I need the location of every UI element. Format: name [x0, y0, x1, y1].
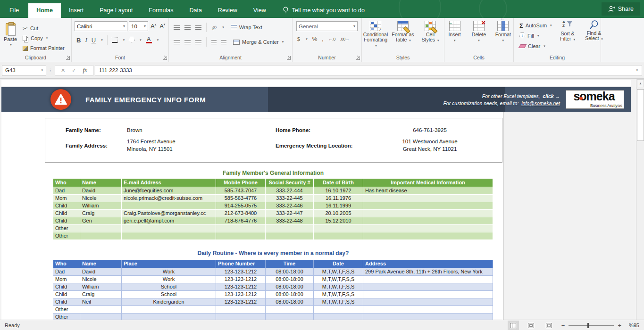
cell[interactable]: Child — [53, 283, 80, 290]
zoom-percentage[interactable]: %95 — [625, 322, 639, 328]
cell[interactable]: Mom — [53, 276, 80, 283]
cell[interactable]: 08:00-18:00 — [266, 268, 314, 275]
clipboard-dialog-launcher[interactable] — [66, 56, 70, 60]
cell[interactable]: School — [122, 291, 216, 298]
meeting-location-line2[interactable]: Great Neck, NY 11021 — [366, 146, 493, 152]
cell[interactable]: M,T,W,T,F,S,S — [314, 298, 363, 305]
cell[interactable]: David — [80, 268, 122, 275]
cell[interactable]: Nicole — [80, 195, 122, 202]
cell[interactable]: 123-123-1212 — [216, 276, 266, 283]
cell[interactable]: M,T,W,T,F,S,S — [314, 268, 363, 275]
name-box-dropdown-arrow[interactable]: ▾ — [41, 68, 43, 72]
cell[interactable]: 08:00-18:00 — [266, 283, 314, 290]
cell[interactable] — [314, 225, 363, 232]
header-cell[interactable]: Mobile Phone — [216, 179, 266, 187]
increase-decimal-button[interactable]: ←.0 — [328, 37, 335, 41]
cell[interactable]: 08:00-18:00 — [266, 291, 314, 298]
header-cell[interactable]: Date of Birth — [314, 179, 363, 187]
cell[interactable] — [363, 306, 493, 313]
header-cell[interactable]: Who — [53, 179, 80, 187]
name-box[interactable]: G43▾ — [2, 65, 46, 76]
cell[interactable]: Work — [122, 268, 216, 275]
formula-input[interactable]: 111-222-3333▾ — [95, 65, 642, 76]
cell[interactable]: Other — [53, 306, 80, 313]
cell[interactable]: William — [80, 283, 122, 290]
font-name-combo[interactable]: Calibri▾ — [75, 21, 127, 31]
bold-button[interactable]: B — [76, 37, 81, 44]
cell[interactable]: Other — [53, 225, 80, 232]
cancel-entry-icon[interactable]: ✕ — [61, 67, 65, 74]
tab-data[interactable]: Data — [181, 3, 209, 18]
decrease-indent-button[interactable] — [211, 40, 217, 44]
cell[interactable]: Dad — [53, 187, 80, 194]
wrap-text-button[interactable]: Wrap Text — [231, 25, 262, 30]
percent-style-button[interactable]: % — [312, 36, 318, 42]
merge-center-button[interactable]: Merge & Center▾ — [233, 39, 284, 45]
cell[interactable]: 20.10.2005 — [314, 210, 363, 217]
zoom-slider-thumb[interactable] — [587, 323, 589, 328]
clear-button[interactable]: Clear▾ — [518, 42, 553, 50]
share-button[interactable]: Share — [602, 2, 640, 16]
cell[interactable] — [216, 225, 266, 232]
cell[interactable]: 123-123-1212 — [216, 268, 266, 275]
cell[interactable] — [80, 232, 122, 239]
zoom-in-button[interactable]: + — [618, 322, 621, 329]
cell[interactable] — [363, 202, 493, 209]
cell[interactable] — [266, 314, 314, 320]
italic-button[interactable]: I — [85, 36, 87, 44]
cell[interactable] — [314, 306, 363, 313]
header-cell[interactable]: Place — [122, 260, 216, 268]
underline-dropdown-arrow[interactable]: ▾ — [101, 38, 103, 42]
cell[interactable] — [80, 225, 122, 232]
cell[interactable]: Child — [53, 202, 80, 209]
fill-button[interactable]: ↓Fill▾ — [518, 32, 553, 40]
cell[interactable] — [80, 306, 122, 313]
someka-logo[interactable]: someka Business Analysis — [566, 90, 624, 109]
cell[interactable] — [216, 306, 266, 313]
cell[interactable] — [363, 283, 493, 290]
tab-insert[interactable]: Insert — [61, 3, 92, 18]
cell[interactable] — [314, 314, 363, 320]
cell[interactable]: 585-563-4776 — [216, 195, 266, 202]
cell[interactable]: Other — [53, 232, 80, 239]
expand-formula-bar-arrow[interactable]: ▾ — [636, 68, 638, 72]
cell[interactable]: 15.12.2010 — [314, 217, 363, 224]
tab-file[interactable]: File — [0, 3, 28, 18]
align-left-button[interactable] — [174, 40, 180, 44]
cell[interactable]: Geri — [80, 217, 122, 224]
family-address-line2[interactable]: Mineola, NY 11501 — [127, 146, 173, 152]
zoom-slider[interactable] — [569, 325, 614, 326]
sheet-top-row[interactable] — [1, 80, 631, 86]
decrease-decimal-button[interactable]: .00→ — [340, 37, 350, 41]
cell[interactable]: Child — [53, 217, 80, 224]
align-center-button[interactable] — [184, 40, 191, 44]
cell[interactable]: Kindergarden — [122, 298, 216, 305]
align-right-button[interactable] — [195, 40, 201, 44]
header-cell[interactable]: Social Security # — [266, 179, 314, 187]
cell[interactable]: 16.11.1999 — [314, 202, 363, 209]
normal-view-button[interactable] — [508, 321, 519, 330]
vertical-scrollbar[interactable]: ▲ — [636, 79, 644, 320]
cell[interactable] — [122, 306, 216, 313]
cell[interactable]: 333-22-445 — [266, 195, 314, 202]
cell[interactable]: nicole.primack@credit-suisse.com — [122, 195, 216, 202]
insert-function-icon[interactable]: fx — [83, 66, 87, 74]
cell[interactable] — [122, 314, 216, 320]
cell[interactable]: Craig.Pastolove@morganstanley.cc — [122, 210, 216, 217]
home-phone-value[interactable]: 646-761-3925 — [366, 127, 493, 133]
font-size-combo[interactable]: 10▾ — [129, 21, 148, 31]
cell[interactable]: 16.10.1972 — [314, 187, 363, 194]
increase-font-button[interactable]: A▴ — [150, 23, 157, 30]
cell[interactable]: 123-123-1212 — [216, 283, 266, 290]
cell[interactable]: Craig — [80, 291, 122, 298]
cell[interactable]: Work — [122, 276, 216, 283]
cell[interactable]: 08:00-18:00 — [266, 298, 314, 305]
tab-formulas[interactable]: Formulas — [141, 3, 181, 18]
cell[interactable] — [363, 217, 493, 224]
borders-button[interactable] — [112, 37, 118, 43]
align-bottom-button[interactable] — [195, 25, 201, 30]
align-middle-button[interactable] — [184, 25, 191, 30]
cell[interactable] — [80, 314, 122, 320]
cell[interactable] — [122, 225, 216, 232]
cell[interactable]: Child — [53, 291, 80, 298]
